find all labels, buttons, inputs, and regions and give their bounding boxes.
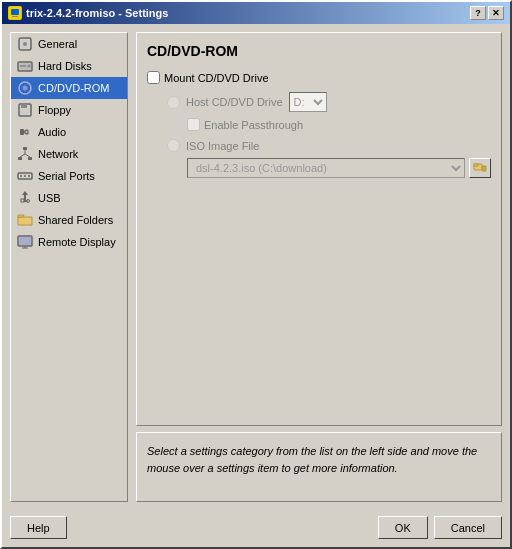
action-buttons: OK Cancel xyxy=(378,516,502,539)
svg-point-25 xyxy=(24,175,26,177)
info-box: Select a settings category from the list… xyxy=(136,432,502,502)
svg-point-12 xyxy=(24,87,26,89)
sidebar-label-remote-display: Remote Display xyxy=(38,236,116,248)
svg-point-24 xyxy=(20,175,22,177)
cdrom-icon xyxy=(17,80,33,96)
svg-line-21 xyxy=(20,154,25,157)
sidebar-item-network[interactable]: Network xyxy=(11,143,127,165)
harddisk-icon xyxy=(17,58,33,74)
sidebar-label-floppy: Floppy xyxy=(38,104,71,116)
content-area: General Hard Disks xyxy=(2,24,510,510)
cancel-button[interactable]: Cancel xyxy=(434,516,502,539)
host-cd-radio[interactable] xyxy=(167,96,180,109)
floppy-icon xyxy=(17,102,33,118)
svg-point-26 xyxy=(28,175,30,177)
mount-label[interactable]: Mount CD/DVD Drive xyxy=(147,71,269,84)
app-icon xyxy=(8,6,22,20)
iso-label: ISO Image File xyxy=(186,140,259,152)
sidebar: General Hard Disks xyxy=(10,32,128,502)
svg-rect-14 xyxy=(21,104,27,108)
svg-rect-15 xyxy=(20,110,30,115)
mount-label-text: Mount CD/DVD Drive xyxy=(164,72,269,84)
svg-marker-28 xyxy=(22,191,28,195)
gear-icon xyxy=(17,36,33,52)
iso-file-dropdown[interactable]: dsl-4.2.3.iso (C:\download) xyxy=(187,158,465,178)
svg-rect-29 xyxy=(21,199,24,202)
sidebar-item-usb[interactable]: USB xyxy=(11,187,127,209)
iso-row: ISO Image File xyxy=(167,139,491,152)
svg-line-22 xyxy=(25,154,30,157)
title-bar-left: trix-2.4.2-fromiso - Settings xyxy=(8,6,168,20)
sidebar-label-network: Network xyxy=(38,148,78,160)
bottom-bar: Help OK Cancel xyxy=(2,510,510,547)
sidebar-label-general: General xyxy=(38,38,77,50)
passthrough-row: Enable Passthrough xyxy=(187,118,491,131)
sidebar-label-usb: USB xyxy=(38,192,61,204)
usb-icon xyxy=(17,190,33,206)
svg-rect-18 xyxy=(18,157,22,160)
host-cd-label: Host CD/DVD Drive xyxy=(186,96,283,108)
svg-rect-19 xyxy=(28,157,32,160)
main-panel: CD/DVD-ROM Mount CD/DVD Drive Host CD/DV… xyxy=(136,32,502,502)
svg-rect-2 xyxy=(12,16,18,17)
help-button[interactable]: Help xyxy=(10,516,67,539)
sidebar-item-remote-display[interactable]: Remote Display xyxy=(11,231,127,253)
title-buttons: ? ✕ xyxy=(470,6,504,20)
ok-button[interactable]: OK xyxy=(378,516,428,539)
svg-rect-17 xyxy=(23,147,27,150)
svg-rect-37 xyxy=(474,164,478,166)
close-title-btn[interactable]: ✕ xyxy=(488,6,504,20)
sidebar-item-cd-dvd-rom[interactable]: CD/DVD-ROM xyxy=(11,77,127,99)
sidebar-label-shared-folders: Shared Folders xyxy=(38,214,113,226)
mount-checkbox[interactable] xyxy=(147,71,160,84)
sidebar-item-audio[interactable]: Audio xyxy=(11,121,127,143)
display-icon xyxy=(17,234,33,250)
sidebar-label-hard-disks: Hard Disks xyxy=(38,60,92,72)
panel-settings: CD/DVD-ROM Mount CD/DVD Drive Host CD/DV… xyxy=(136,32,502,426)
settings-window: trix-2.4.2-fromiso - Settings ? ✕ Genera… xyxy=(0,0,512,549)
svg-rect-16 xyxy=(20,129,24,135)
host-cd-row: Host CD/DVD Drive D: xyxy=(167,92,491,112)
help-title-btn[interactable]: ? xyxy=(470,6,486,20)
iso-input-row: dsl-4.2.3.iso (C:\download) xyxy=(187,158,491,178)
sidebar-item-hard-disks[interactable]: Hard Disks xyxy=(11,55,127,77)
svg-rect-33 xyxy=(19,237,31,245)
serial-icon xyxy=(17,168,33,184)
host-cd-dropdown[interactable]: D: xyxy=(289,92,327,112)
sidebar-item-shared-folders[interactable]: Shared Folders xyxy=(11,209,127,231)
svg-point-5 xyxy=(23,42,27,46)
svg-rect-38 xyxy=(482,166,486,171)
sidebar-label-cd-dvd-rom: CD/DVD-ROM xyxy=(38,82,110,94)
svg-point-8 xyxy=(28,65,31,68)
passthrough-checkbox[interactable] xyxy=(187,118,200,131)
network-icon xyxy=(17,146,33,162)
info-text: Select a settings category from the list… xyxy=(147,445,477,474)
mount-row: Mount CD/DVD Drive xyxy=(147,71,491,84)
sidebar-item-floppy[interactable]: Floppy xyxy=(11,99,127,121)
passthrough-label: Enable Passthrough xyxy=(204,119,303,131)
iso-radio[interactable] xyxy=(167,139,180,152)
title-bar: trix-2.4.2-fromiso - Settings ? ✕ xyxy=(2,2,510,24)
panel-title: CD/DVD-ROM xyxy=(147,43,491,59)
sidebar-item-serial-ports[interactable]: Serial Ports xyxy=(11,165,127,187)
sidebar-label-serial-ports: Serial Ports xyxy=(38,170,95,182)
window-title: trix-2.4.2-fromiso - Settings xyxy=(26,7,168,19)
sidebar-label-audio: Audio xyxy=(38,126,66,138)
sidebar-item-general[interactable]: General xyxy=(11,33,127,55)
folder-icon xyxy=(17,212,33,228)
audio-icon xyxy=(17,124,33,140)
browse-button[interactable] xyxy=(469,158,491,178)
svg-rect-1 xyxy=(11,9,19,15)
